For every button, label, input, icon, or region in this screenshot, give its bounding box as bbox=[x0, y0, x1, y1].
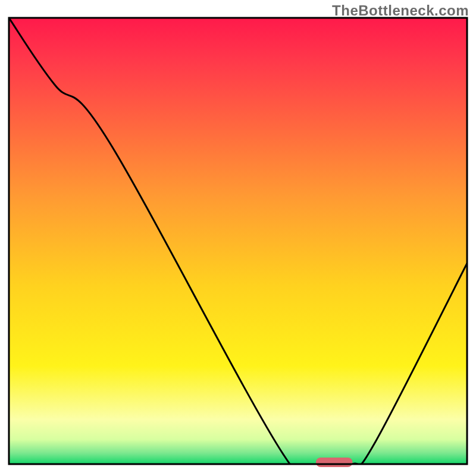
chart-frame: TheBottleneck.com bbox=[0, 0, 476, 476]
optimal-marker bbox=[316, 458, 353, 467]
attribution-watermark: TheBottleneck.com bbox=[332, 2, 469, 19]
bottleneck-chart bbox=[0, 0, 476, 476]
